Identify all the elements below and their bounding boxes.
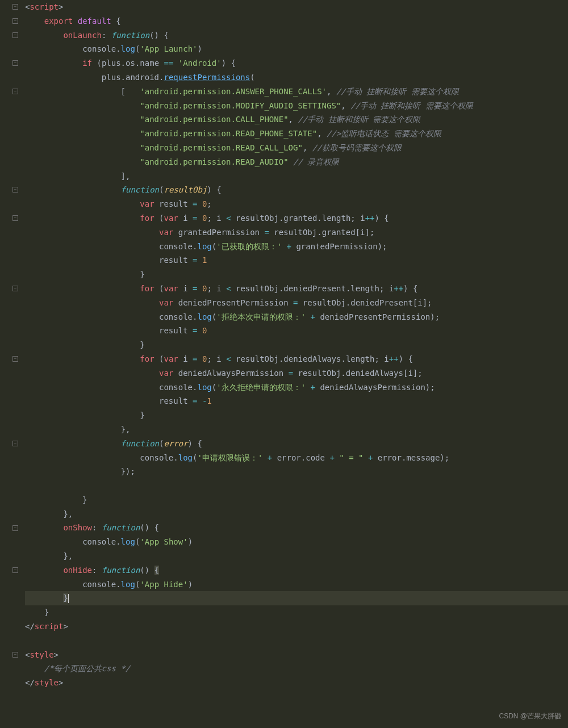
fold-toggle-icon[interactable]: − — [12, 60, 18, 66]
code-line[interactable]: } — [25, 591, 568, 605]
fold-toggle-icon[interactable]: − — [12, 18, 18, 24]
code-line[interactable]: var grantedPermission = resultObj.grante… — [25, 225, 568, 240]
code-line[interactable]: "android.permission.READ_CALL_LOG", //获取… — [25, 141, 568, 155]
code-line[interactable]: onShow: function() { — [25, 521, 568, 535]
fold-toggle-icon[interactable]: − — [12, 525, 18, 531]
code-line[interactable]: onLaunch: function() { — [25, 28, 568, 43]
code-line[interactable]: console.log('App Show') — [25, 535, 568, 549]
code-line[interactable]: [ 'android.permission.ANSWER_PHONE_CALLS… — [25, 85, 568, 99]
code-line[interactable]: }, — [25, 422, 568, 437]
watermark: CSDN @芒果大胖砸 — [499, 709, 561, 723]
code-line[interactable]: /*每个页面公共css */ — [25, 662, 568, 676]
code-line[interactable]: if (plus.os.name == 'Android') { — [25, 56, 568, 70]
code-line[interactable]: ], — [25, 169, 568, 183]
fold-toggle-icon[interactable]: − — [12, 32, 18, 38]
fold-toggle-icon[interactable]: − — [12, 187, 18, 193]
fold-toggle-icon[interactable]: − — [12, 215, 18, 221]
code-line[interactable]: } — [25, 493, 568, 507]
code-line[interactable]: console.log('拒绝本次申请的权限：' + deniedPresent… — [25, 310, 568, 324]
code-line[interactable]: result = 0 — [25, 324, 568, 338]
code-line[interactable]: function(error) { — [25, 437, 568, 451]
code-line[interactable]: }, — [25, 507, 568, 521]
code-line[interactable] — [25, 479, 568, 493]
code-line[interactable]: console.log('App Hide') — [25, 578, 568, 592]
code-line[interactable]: plus.android.requestPermissions( — [25, 70, 568, 85]
code-line[interactable]: } — [25, 408, 568, 422]
code-line[interactable]: var deniedPresentPermission = resultObj.… — [25, 296, 568, 310]
code-line[interactable]: function(resultObj) { — [25, 183, 568, 197]
code-line[interactable]: "android.permission.READ_PHONE_STATE", /… — [25, 127, 568, 141]
fold-column[interactable]: −−−−−−−−−−−−− — [11, 0, 23, 728]
code-line[interactable]: console.log('已获取的权限：' + grantedPermissio… — [25, 240, 568, 254]
code-line[interactable]: for (var i = 0; i < resultObj.deniedAlwa… — [25, 352, 568, 366]
code-line[interactable]: "android.permission.READ_AUDIO" // 录音权限 — [25, 155, 568, 169]
gutter — [0, 0, 11, 728]
code-line[interactable]: console.log('申请权限错误：' + error.code + " =… — [25, 451, 568, 465]
code-area[interactable]: <script> export default { onLaunch: func… — [23, 0, 568, 728]
code-line[interactable]: <script> — [25, 0, 568, 14]
code-line[interactable]: for (var i = 0; i < resultObj.granted.le… — [25, 211, 568, 225]
code-line[interactable]: export default { — [25, 14, 568, 28]
code-line[interactable]: </style> — [25, 676, 568, 690]
code-line[interactable]: var deniedAlwaysPermission = resultObj.d… — [25, 366, 568, 380]
code-line[interactable]: for (var i = 0; i < resultObj.deniedPres… — [25, 282, 568, 296]
code-line[interactable]: result = -1 — [25, 394, 568, 408]
code-line[interactable] — [25, 634, 568, 648]
code-line[interactable]: "android.permission.CALL_PHONE", //手动 挂断… — [25, 112, 568, 127]
code-line[interactable]: onHide: function() { — [25, 563, 568, 578]
code-line[interactable]: } — [25, 338, 568, 352]
code-line[interactable]: var result = 0; — [25, 197, 568, 211]
code-editor[interactable]: −−−−−−−−−−−−− <script> export default { … — [0, 0, 568, 728]
code-line[interactable]: "android.permission.MODIFY_AUDIO_SETTING… — [25, 99, 568, 113]
code-line[interactable]: } — [25, 267, 568, 282]
fold-toggle-icon[interactable]: − — [12, 652, 18, 658]
code-line[interactable]: result = 1 — [25, 253, 568, 267]
fold-toggle-icon[interactable]: − — [12, 441, 18, 446]
code-line[interactable]: }); — [25, 465, 568, 479]
code-line[interactable]: <style> — [25, 648, 568, 662]
fold-toggle-icon[interactable]: − — [12, 356, 18, 362]
fold-toggle-icon[interactable]: − — [12, 567, 18, 573]
fold-toggle-icon[interactable]: − — [12, 89, 18, 94]
code-line[interactable]: console.log('App Launch') — [25, 42, 568, 56]
fold-toggle-icon[interactable]: − — [12, 286, 18, 291]
code-line[interactable]: </script> — [25, 620, 568, 634]
code-line[interactable]: }, — [25, 549, 568, 563]
code-line[interactable]: } — [25, 605, 568, 620]
fold-toggle-icon[interactable]: − — [12, 4, 18, 10]
code-line[interactable]: console.log('永久拒绝申请的权限：' + deniedAlwaysP… — [25, 380, 568, 395]
